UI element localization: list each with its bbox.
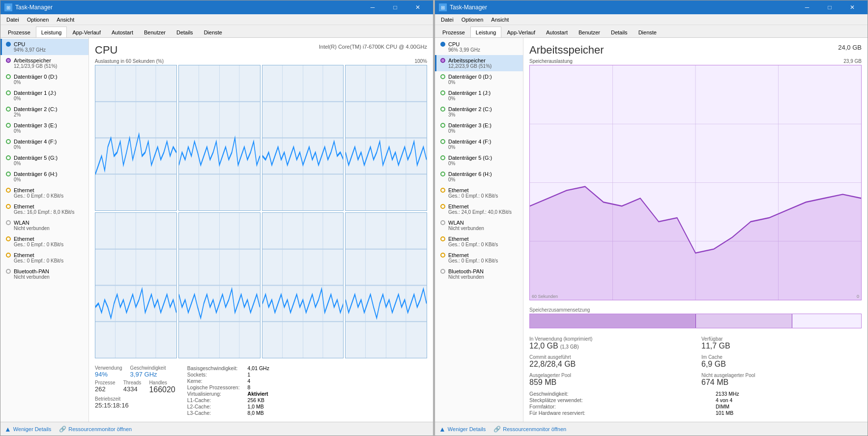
app-icon-left: ⊞ [4,3,12,11]
sidebar-item-d3-left[interactable]: Datenträger 3 (E:) 0% [0,120,88,136]
sidebar-item-d4-left[interactable]: Datenträger 4 (F:) 0% [0,136,88,152]
menu-ansicht-left[interactable]: Ansicht [53,16,78,24]
sidebar-item-eth4-left[interactable]: Ethernet Ges.: 0 Empf.: 0 KBit/s [0,250,88,266]
tab-benutzer-right[interactable]: Benutzer [573,27,606,37]
sidebar-item-ram-left[interactable]: Arbeitsspeicher 12,1/23,9 GB (51%) [0,55,88,71]
mem-info-steckplaetze-value: 4 von 4 [716,397,862,403]
sidebar-sub-d0-right: 0% [448,80,519,85]
sidebar-item-bt-right[interactable]: Bluetooth-PAN Nicht verbunden [435,266,523,282]
sidebar-item-d0-right[interactable]: Datenträger 0 (D:) 0% [435,71,523,87]
sidebar-item-d3-right[interactable]: Datenträger 3 (E:) 0% [435,120,523,136]
tab-details-left[interactable]: Details [171,27,199,37]
sidebar-sub-d2-left: 2% [14,112,85,117]
sidebar-item-wlan-left[interactable]: WLAN Nicht verbunden [0,217,88,233]
tab-appverlauf-right[interactable]: App-Verlauf [501,27,540,37]
tab-prozesse-left[interactable]: Prozesse [2,27,36,37]
ressourcenmonitor-left[interactable]: 🔗 Ressourcenmonitor öffnen [59,426,132,433]
close-button-right[interactable]: ✕ [841,0,864,14]
sidebar-item-d5-right[interactable]: Datenträger 5 (G:) 0% [435,152,523,169]
sidebar-item-eth4-right[interactable]: Ethernet Ges.: 0 Empf.: 0 KBit/s [435,250,523,266]
dot-wlan-right [440,220,445,225]
weniger-label-left: Weniger Details [13,426,51,432]
sidebar-item-d2-right[interactable]: Datenträger 2 (C:) 3% [435,104,523,120]
sidebar-item-d1-left[interactable]: Datenträger 1 (J:) 0% [0,87,88,104]
sidebar-item-d1-right[interactable]: Datenträger 1 (J:) 0% [435,87,523,104]
tab-benutzer-left[interactable]: Benutzer [139,27,171,37]
dot-d5-left [6,155,11,160]
sidebar-item-eth2-right[interactable]: Ethernet Ges.: 24,0 Empf.: 40,0 KBit/s [435,201,523,217]
maximize-button-right[interactable]: □ [818,0,841,14]
sidebar-item-wlan-right[interactable]: WLAN Nicht verbunden [435,217,523,233]
stat-prozesse: Prozesse 262 [95,380,116,394]
sidebar-item-eth1-right[interactable]: Ethernet Ges.: 0 Empf.: 0 KBit/s [435,185,523,201]
sidebar-sub-d5-left: 0% [14,161,85,166]
sidebar-name-d5-left: Datenträger 5 (G:) [14,155,58,161]
dot-d0-left [6,74,11,79]
main-subtitle-left: Intel(R) Core(TM) i7-6700K CPU @ 4.00GHz [319,44,427,50]
tab-autostart-left[interactable]: Autostart [106,27,139,37]
tab-leistung-right[interactable]: Leistung [470,27,502,37]
weniger-details-right[interactable]: ▲ Weniger Details [439,425,486,433]
composition-label: Speicherzusammensetzung [529,307,862,313]
info-l3-label: L3-Cache: [187,410,240,416]
maximize-button-left[interactable]: □ [384,0,406,14]
dot-eth1-right [440,188,445,193]
title-bar-right: ⊞ Task-Manager ─ □ ✕ [435,0,868,14]
mem-info-formfaktor-label: Formfaktor: [529,404,708,409]
stat-row-2: Prozesse 262 Threads 4334 Handles 166020 [95,380,175,394]
sidebar-item-d6-right[interactable]: Datenträger 6 (H:) 0% [435,169,523,185]
mem-value-verwendung: 12,0 GB [529,342,558,350]
close-button-left[interactable]: ✕ [406,0,429,14]
sidebar-name-d5-right: Datenträger 5 (G:) [448,155,492,161]
bottom-bar-left: ▲ Weniger Details 🔗 Ressourcenmonitor öf… [0,422,433,436]
sidebar-item-d5-left[interactable]: Datenträger 5 (G:) 0% [0,152,88,169]
tab-appverlauf-left[interactable]: App-Verlauf [67,27,106,37]
sidebar-item-eth1-left[interactable]: Ethernet Ges.: 0 Empf.: 0 KBit/s [0,185,88,201]
sidebar-item-bt-left[interactable]: Bluetooth-PAN Nicht verbunden [0,266,88,282]
dot-d4-left [6,139,11,144]
menu-optionen-right[interactable]: Optionen [458,16,488,24]
minimize-button-right[interactable]: ─ [796,0,818,14]
sidebar-name-d4-right: Datenträger 4 (F:) [448,139,491,145]
speicherauslastung-label: Speicherauslastung [529,58,573,64]
mem-bar-free [792,314,861,328]
tab-dienste-left[interactable]: Dienste [199,27,228,37]
sidebar-name-d6-left: Datenträger 6 (H:) [14,171,58,177]
dot-d2-right [440,107,445,112]
weniger-details-left[interactable]: ▲ Weniger Details [4,425,51,433]
graph-time-right: 0 [857,294,859,299]
speicherauslastung-max: 23,9 GB [843,58,862,64]
mem-info-geschwindigkeit-value: 2133 MHz [716,391,862,397]
menu-optionen-left[interactable]: Optionen [23,16,53,24]
sidebar-item-d6-left[interactable]: Datenträger 6 (H:) 0% [0,169,88,185]
sidebar-item-eth2-left[interactable]: Ethernet Ges.: 16,0 Empf.: 8,0 KBit/s [0,201,88,217]
sidebar-item-eth3-left[interactable]: Ethernet Ges.: 0 Empf.: 0 KBit/s [0,233,88,250]
sidebar-sub-cpu-right: 96% 3,99 GHz [448,47,519,53]
minimize-button-left[interactable]: ─ [361,0,384,14]
sidebar-sub-ram-left: 12,1/23,9 GB (51%) [14,63,85,69]
tab-prozesse-right[interactable]: Prozesse [437,27,470,37]
sidebar-name-wlan-right: WLAN [448,220,464,226]
sidebar-item-ram-right[interactable]: Arbeitsspeicher 12,2/23,9 GB (51%) [435,55,523,71]
sidebar-item-d4-right[interactable]: Datenträger 4 (F:) 0% [435,136,523,152]
info-l3-value: 8,0 MB [248,410,269,416]
tab-autostart-right[interactable]: Autostart [541,27,573,37]
sidebar-name-d3-left: Datenträger 3 (E:) [14,122,57,128]
sidebar-item-cpu-right[interactable]: CPU 96% 3,99 GHz [435,39,523,55]
menu-ansicht-right[interactable]: Ansicht [487,16,513,24]
menu-datei-right[interactable]: Datei [437,16,458,24]
sidebar-item-eth3-right[interactable]: Ethernet Ges.: 0 Empf.: 0 KBit/s [435,233,523,250]
tab-details-right[interactable]: Details [606,27,633,37]
sidebar-item-d2-left[interactable]: Datenträger 2 (C:) 2% [0,104,88,120]
menu-datei-left[interactable]: Datei [2,16,23,24]
mem-info-formfaktor-value: DIMM [716,404,862,409]
sidebar-item-d0-left[interactable]: Datenträger 0 (D:) 0% [0,71,88,87]
info-l1-label: L1-Cache: [187,397,240,403]
cpu-graphs-grid [95,65,427,358]
sidebar-item-cpu-left[interactable]: CPU 94% 3,97 GHz [0,39,88,55]
ressourcenmonitor-right[interactable]: 🔗 Ressourcenmonitor öffnen [493,426,566,433]
sidebar-sub-d1-right: 0% [448,96,519,101]
tab-dienste-right[interactable]: Dienste [633,27,662,37]
dot-bt-left [6,269,11,274]
tab-leistung-left[interactable]: Leistung [36,27,67,37]
